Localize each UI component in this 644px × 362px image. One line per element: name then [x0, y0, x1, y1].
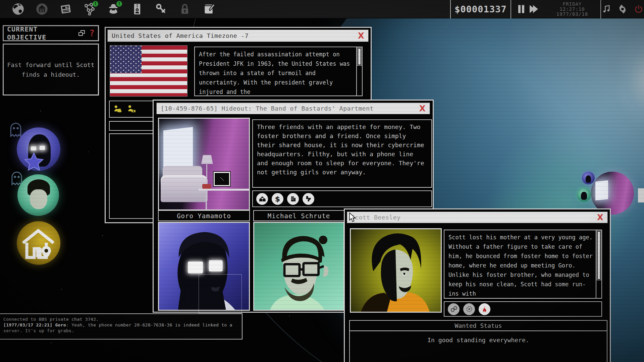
hideout-window-titlebar[interactable]: [10-459-876-65] Hideout: The Band of Bas…: [156, 103, 430, 114]
clock-display: FRIDAY 12:27:10 1977/03/18: [544, 2, 600, 17]
usa-flag: [110, 45, 187, 97]
chat-line: [1977/03/17 22:21] Goro: Yeah, the phone…: [3, 322, 238, 334]
music-icon[interactable]: [601, 3, 611, 15]
map-goro-avatar[interactable]: [582, 172, 595, 184]
objective-title: CURRENT OBJECTIVE: [7, 25, 78, 41]
hacker-figure-icon: [126, 105, 137, 114]
chat-sender: [1977/03/17 22:21] Goro: [3, 322, 66, 327]
contact-rail: [0, 121, 67, 275]
handcuffs-icon[interactable]: [448, 303, 460, 315]
map-edge-panel: [638, 188, 644, 202]
institutions-icon[interactable]: [35, 2, 49, 16]
hideout-description: Three friends with an appetite for money…: [253, 120, 431, 179]
scrollbar-thumb[interactable]: [358, 48, 361, 65]
wanted-status-panel: Wanted Status In good standing everywher…: [349, 320, 607, 362]
character-window: Scott Beesley X Scott lost his mother at…: [344, 208, 611, 362]
close-icon[interactable]: X: [358, 32, 364, 40]
money-display: $00001337: [451, 4, 511, 14]
pause-button[interactable]: [518, 5, 525, 13]
settings-gear-icon[interactable]: [617, 3, 628, 15]
close-icon[interactable]: X: [597, 214, 603, 222]
clock-time: 12:27:10: [544, 7, 600, 12]
country-window-titlebar[interactable]: United States of America Timezone -7 X: [107, 29, 369, 42]
dollar-icon[interactable]: $: [272, 193, 283, 205]
clock-day: FRIDAY: [544, 2, 600, 7]
wanted-status-header: Wanted Status: [350, 321, 607, 331]
houses-icon[interactable]: [256, 193, 268, 205]
objective-panel: CURRENT OBJECTIVE ? Fast forward until S…: [3, 25, 99, 96]
encryption-icon[interactable]: [177, 2, 192, 16]
scrollbar[interactable]: [356, 47, 362, 96]
avatar-hideout-search[interactable]: [17, 221, 60, 265]
hideout-amenity-panel: $: [252, 190, 432, 207]
keys-icon[interactable]: [154, 2, 168, 16]
help-icon[interactable]: ?: [89, 28, 95, 38]
newspaper-icon[interactable]: [58, 2, 73, 16]
character-bio: Scott lost his mother at a very young ag…: [444, 230, 601, 301]
member-nameplate-goro[interactable]: Goro Yamamoto: [158, 210, 250, 221]
police-badge-icon[interactable]: [463, 303, 475, 315]
flame-icon[interactable]: [479, 303, 490, 315]
map-selection-frame: [199, 274, 242, 313]
hideout-window-title: [10-459-876-65] Hideout: The Band of Bas…: [161, 105, 419, 112]
hacker-figure-icon: [113, 105, 123, 114]
dossier-icon[interactable]: [130, 2, 145, 16]
fast-forward-button[interactable]: [530, 5, 538, 13]
hideout-description-panel: Three friends with an appetite for money…: [252, 119, 432, 188]
objective-text: Fast forward until Scott finds a hideout…: [3, 44, 99, 96]
system-buttons: [601, 3, 644, 15]
michael-portrait-art: [254, 223, 343, 310]
journal-icon[interactable]: [201, 2, 216, 16]
star-icon: [23, 152, 45, 173]
character-window-titlebar[interactable]: Scott Beesley X: [347, 212, 608, 223]
restore-window-icon[interactable]: [78, 30, 85, 36]
character-window-title: Scott Beesley: [351, 214, 597, 221]
member-nameplate-michael[interactable]: Michael Schrute: [253, 210, 344, 221]
time-controls: [511, 5, 544, 13]
country-description-panel: After the failed assassination attempt o…: [194, 47, 363, 96]
scrollbar[interactable]: [596, 230, 601, 298]
objective-titlebar: CURRENT OBJECTIVE ?: [3, 25, 99, 41]
hideout-photo: [158, 118, 250, 210]
close-icon[interactable]: X: [419, 105, 426, 113]
character-bio-panel: Scott lost his mother at a very young ag…: [444, 230, 602, 299]
notification-badge: !: [116, 1, 122, 7]
map-michael-avatar[interactable]: [577, 188, 591, 202]
spy-icon[interactable]: !: [106, 2, 121, 16]
world-map-icon[interactable]: [11, 2, 25, 16]
character-status-panel: [444, 301, 602, 317]
bbs-chat-log[interactable]: Connected to BBS private chat 3742. [197…: [0, 313, 243, 340]
country-description: After the failed assassination attempt o…: [195, 47, 362, 99]
avatar-michael[interactable]: [17, 174, 59, 216]
power-icon[interactable]: [634, 3, 644, 15]
scrollbar-thumb[interactable]: [597, 231, 601, 280]
country-window-title: United States of America Timezone -7: [112, 32, 358, 39]
map-hideout-location[interactable]: [591, 172, 634, 215]
wanted-status-value: In good standing everywhere.: [350, 331, 607, 344]
building-icon[interactable]: [287, 193, 299, 205]
clock-date: 1977/03/18: [544, 12, 600, 17]
house-search-icon: [21, 227, 55, 261]
portrait-michael[interactable]: [253, 222, 344, 311]
scott-portrait-art: [351, 229, 441, 312]
game-screen: ! ! $00001337: [0, 0, 644, 362]
portrait-scott[interactable]: [350, 228, 442, 313]
chat-line: Connected to BBS private chat 3742.: [3, 316, 238, 322]
notification-badge: !: [93, 1, 98, 7]
toolbar-icon-group: ! !: [11, 2, 216, 16]
network-icon[interactable]: !: [82, 2, 97, 16]
top-toolbar: ! ! $00001337: [0, 0, 644, 18]
toilet-icon[interactable]: [303, 193, 314, 205]
